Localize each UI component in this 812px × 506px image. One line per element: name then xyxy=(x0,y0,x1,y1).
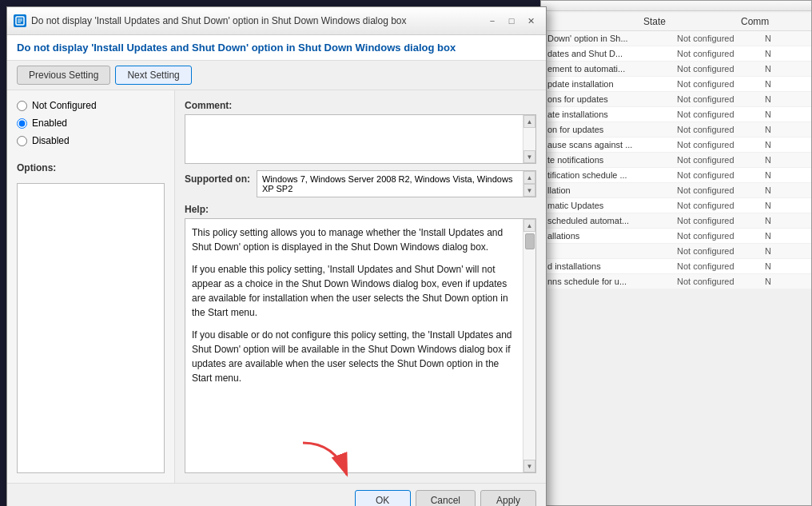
background-window: State Comm Down' option in Sh... Not con… xyxy=(540,0,812,506)
bg-cell-comm: N xyxy=(765,34,805,43)
bg-table-row: llation Not configured N xyxy=(541,183,811,198)
comment-section: Comment: ▲ ▼ xyxy=(185,100,536,164)
maximize-button[interactable]: □ xyxy=(503,12,520,30)
window-controls: − □ ✕ xyxy=(484,12,539,30)
policy-title: Do not display 'Install Updates and Shut… xyxy=(7,35,546,61)
bg-cell-name: allations xyxy=(547,231,677,241)
bg-cell-state: Not configured xyxy=(677,216,765,225)
bg-cell-name: dates and Shut D... xyxy=(547,49,677,58)
bg-cell-state: Not configured xyxy=(677,79,765,89)
bg-cell-state: Not configured xyxy=(677,49,765,58)
disabled-radio[interactable]: Disabled xyxy=(17,135,165,146)
minimize-button[interactable]: − xyxy=(484,12,501,30)
bg-table-row: matic Updates Not configured N xyxy=(541,198,811,213)
bg-cell-name: pdate installation xyxy=(547,79,677,89)
help-scroll-thumb xyxy=(525,233,535,249)
comment-scrollbar: ▲ ▼ xyxy=(523,115,535,163)
comment-scroll-up[interactable]: ▲ xyxy=(523,115,535,128)
previous-setting-button[interactable]: Previous Setting xyxy=(17,66,110,85)
bg-cell-name: tification schedule ... xyxy=(547,170,677,180)
bg-cell-name: nns schedule for u... xyxy=(547,277,677,286)
dialog-content: Not Configured Enabled Disabled Options:… xyxy=(7,90,546,483)
options-label: Options: xyxy=(17,162,165,173)
bg-cell-comm: N xyxy=(765,94,805,104)
bg-table-row: te notifications Not configured N xyxy=(541,153,811,168)
bg-cell-name: te notifications xyxy=(547,155,677,165)
dialog-title: Do not display 'Install Updates and Shut… xyxy=(31,15,407,26)
bg-cell-state: Not configured xyxy=(677,155,765,165)
close-button[interactable]: ✕ xyxy=(522,12,539,30)
cancel-button[interactable]: Cancel xyxy=(416,490,476,506)
bg-cell-state: Not configured xyxy=(677,170,765,180)
supported-scrollbar: ▲ ▼ xyxy=(523,171,535,197)
right-panel: Comment: ▲ ▼ Supported on: Windows 7, Wi… xyxy=(175,90,546,483)
bg-table-row: pdate installation Not configured N xyxy=(541,77,811,92)
bg-table-row: ate installations Not configured N xyxy=(541,107,811,122)
supported-label: Supported on: xyxy=(185,170,250,185)
bg-cell-comm: N xyxy=(765,125,805,134)
comment-label: Comment: xyxy=(185,100,536,111)
bg-table-row: allations Not configured N xyxy=(541,229,811,244)
bg-cell-comm: N xyxy=(765,140,805,149)
bg-cell-name: ement to automati... xyxy=(547,64,677,74)
policy-dialog: Do not display 'Install Updates and Shut… xyxy=(6,6,547,506)
bg-cell-comm: N xyxy=(765,155,805,165)
help-scroll-up[interactable]: ▲ xyxy=(523,219,535,232)
supported-scroll-down[interactable]: ▼ xyxy=(523,184,535,197)
bg-table-row: Not configured N xyxy=(541,244,811,259)
bg-cell-state: Not configured xyxy=(677,94,765,104)
bg-cell-comm: N xyxy=(765,170,805,180)
supported-value-wrapper: Windows 7, Windows Server 2008 R2, Windo… xyxy=(257,170,536,197)
help-paragraph: If you enable this policy setting, 'Inst… xyxy=(192,262,516,320)
help-scroll-down[interactable]: ▼ xyxy=(523,460,535,472)
help-scrollbar: ▲ ▼ xyxy=(523,219,535,472)
help-content: This policy setting allows you to manage… xyxy=(185,219,523,472)
bg-table-row: on for updates Not configured N xyxy=(541,122,811,137)
comment-input-wrapper: ▲ ▼ xyxy=(185,114,536,164)
bg-policy-table: State Comm Down' option in Sh... Not con… xyxy=(541,13,811,289)
bg-cell-comm: N xyxy=(765,231,805,241)
bg-cell-state: Not configured xyxy=(677,64,765,74)
help-paragraph: This policy setting allows you to manage… xyxy=(192,225,516,254)
bg-cell-state: Not configured xyxy=(677,34,765,43)
bg-cell-name: ons for updates xyxy=(547,94,677,104)
bg-window-header xyxy=(541,1,811,11)
dialog-icon xyxy=(14,14,26,27)
not-configured-radio[interactable]: Not Configured xyxy=(17,100,165,111)
bg-cell-state: Not configured xyxy=(677,261,765,271)
bg-cell-comm: N xyxy=(765,185,805,195)
ok-button[interactable]: OK xyxy=(355,490,411,506)
supported-value: Windows 7, Windows Server 2008 R2, Windo… xyxy=(257,171,523,197)
bg-table-row: scheduled automat... Not configured N xyxy=(541,213,811,229)
bg-table-row: ause scans against ... Not configured N xyxy=(541,137,811,153)
titlebar-left: Do not display 'Install Updates and Shut… xyxy=(14,14,407,27)
apply-button[interactable]: Apply xyxy=(480,490,536,506)
next-setting-button[interactable]: Next Setting xyxy=(115,66,191,85)
bg-table-row: Down' option in Sh... Not configured N xyxy=(541,31,811,46)
help-paragraph: If you disable or do not configure this … xyxy=(192,328,516,385)
dialog-footer: OK Cancel Apply xyxy=(7,483,546,506)
bg-cell-comm: N xyxy=(765,216,805,225)
bg-cell-state: Not configured xyxy=(677,231,765,241)
bg-table-row: ons for updates Not configured N xyxy=(541,92,811,107)
bg-cell-comm: N xyxy=(765,79,805,89)
bg-cell-name: matic Updates xyxy=(547,201,677,210)
bg-cell-name: ause scans against ... xyxy=(547,140,677,149)
bg-cell-comm: N xyxy=(765,201,805,210)
bg-table-row: tification schedule ... Not configured N xyxy=(541,168,811,183)
bg-cell-name: on for updates xyxy=(547,125,677,134)
comment-scroll-down[interactable]: ▼ xyxy=(523,150,535,163)
enabled-radio[interactable]: Enabled xyxy=(17,118,165,129)
bg-cell-comm: N xyxy=(765,110,805,119)
comm-column-header: Comm xyxy=(741,16,805,27)
bg-cell-comm: N xyxy=(765,64,805,74)
supported-scroll-up[interactable]: ▲ xyxy=(523,171,535,184)
bg-cell-comm: N xyxy=(765,277,805,286)
nav-buttons-bar: Previous Setting Next Setting xyxy=(7,61,546,90)
comment-textarea[interactable] xyxy=(185,115,523,163)
bg-cell-name: Down' option in Sh... xyxy=(547,34,677,43)
options-box xyxy=(17,183,165,473)
help-scroll-track xyxy=(523,232,535,460)
bg-table-header: State Comm xyxy=(541,13,811,31)
bg-table-row: dates and Shut D... Not configured N xyxy=(541,46,811,62)
